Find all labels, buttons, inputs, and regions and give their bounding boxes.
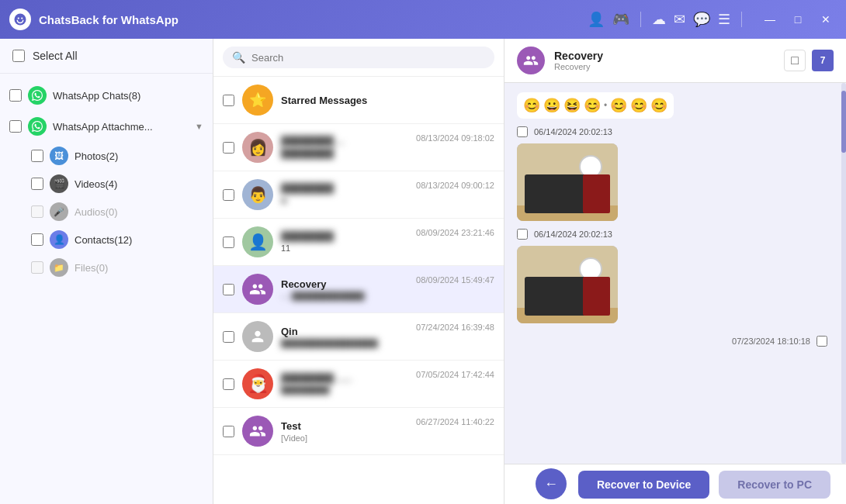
msg2-image-wrap xyxy=(517,246,834,323)
videos-checkbox[interactable] xyxy=(31,178,43,190)
search-bar: 🔍 xyxy=(213,39,504,77)
right-header-actions: □ 7 xyxy=(784,50,834,71)
menu-icon[interactable]: ☰ xyxy=(718,11,730,28)
chat7-checkbox[interactable] xyxy=(223,378,234,390)
emoji-6: 😊 xyxy=(630,97,647,114)
msg2-checkbox[interactable] xyxy=(517,229,528,240)
qin-preview: ████████████████ xyxy=(281,339,408,348)
photos-icon: 🖼 xyxy=(50,147,68,165)
emoji-7: 😊 xyxy=(650,97,667,114)
close-button[interactable]: ✕ xyxy=(815,9,837,30)
emoji-1: 😊 xyxy=(523,97,540,114)
discord-icon[interactable]: 🎮 xyxy=(612,11,629,28)
msg1-checkbox[interactable] xyxy=(517,126,528,137)
recovery-name: Recovery xyxy=(281,278,408,290)
qin-checkbox[interactable] xyxy=(223,331,234,343)
chat-item-3[interactable]: 👨 ████████ ■ 08/13/2024 09:00:12 xyxy=(213,171,504,219)
laptop-1 xyxy=(525,174,587,213)
laptop-2 xyxy=(525,277,587,316)
test-checkbox[interactable] xyxy=(223,426,234,437)
msg1-image xyxy=(517,143,618,221)
chat-icon[interactable]: 💬 xyxy=(693,11,710,28)
sidebar-item-videos[interactable]: 🎬 Videos(4) xyxy=(22,170,213,198)
photos-checkbox[interactable] xyxy=(31,150,43,162)
sidebar-item-audios[interactable]: 🎤 Audios(0) xyxy=(22,198,213,226)
chat-item-qin[interactable]: Qin ████████████████ 07/24/2024 16:39:48 xyxy=(213,313,504,361)
app-logo xyxy=(9,9,31,30)
bottom-time-row: 07/23/2024 18:10:18 xyxy=(517,331,834,351)
title-bar-icons: 👤 🎮 ☁ ✉ 💬 ☰ — □ ✕ xyxy=(588,9,837,30)
chat-item-7[interactable]: 🎅 ████████ ...... ████████ 07/05/2024 17… xyxy=(213,361,504,408)
chat-item-4[interactable]: 👤 ████████ 11 08/09/2024 23:21:46 xyxy=(213,219,504,266)
bottom-bar-wrapper: ← Recover to Device Recover to PC xyxy=(520,464,830,504)
chat-list: ⭐ Starred Messages 👩 ████████ ... ██████… xyxy=(213,77,504,504)
expand-arrow: ▼ xyxy=(195,122,203,131)
chat-item-2[interactable]: 👩 ████████ ... ████████ 08/13/2024 09:18… xyxy=(213,124,504,171)
message-timestamp-1: 06/14/2024 20:02:13 xyxy=(517,126,834,137)
recover-to-device-button[interactable]: Recover to Device xyxy=(578,471,709,499)
contacts-checkbox[interactable] xyxy=(31,233,43,246)
test-time: 06/27/2024 11:40:22 xyxy=(416,417,494,426)
chat3-info: ████████ ■ xyxy=(281,183,408,206)
sidebar-item-photos[interactable]: 🖼 Photos(2) xyxy=(22,142,213,170)
whatsapp-attachments-label: WhatsApp Attachme... xyxy=(53,121,189,133)
cloud-icon[interactable]: ☁ xyxy=(652,11,666,28)
search-input[interactable] xyxy=(251,52,485,64)
calendar-day: 7 xyxy=(820,55,826,66)
right-header-sub: Recovery xyxy=(554,62,775,71)
chat2-checkbox[interactable] xyxy=(223,142,234,154)
test-name: Test xyxy=(281,420,408,432)
red-book-2 xyxy=(583,277,610,316)
message-timestamp-2: 06/14/2024 20:02:13 xyxy=(517,229,834,240)
main-layout: Select All WhatsApp Chats(8) xyxy=(0,39,846,504)
right-header: Recovery Recovery □ 7 xyxy=(504,39,846,83)
test-preview: [Video] xyxy=(281,433,408,443)
msg1-timestamp: 06/14/2024 20:02:13 xyxy=(534,127,612,136)
whatsapp-icon xyxy=(28,86,47,105)
audios-label: Audios(0) xyxy=(75,206,203,218)
msg2-image xyxy=(517,246,618,323)
chat-item-test[interactable]: Test [Video] 06/27/2024 11:40:22 xyxy=(213,408,504,455)
expand-btn[interactable]: □ xyxy=(784,50,806,71)
sidebar-item-contacts[interactable]: 👤 Contacts(12) xyxy=(22,226,213,254)
audios-checkbox[interactable] xyxy=(31,205,43,218)
files-checkbox[interactable] xyxy=(31,261,43,274)
sidebar-item-whatsapp-attachments[interactable]: WhatsApp Attachme... ▼ xyxy=(0,111,213,142)
title-divider xyxy=(640,12,641,27)
chat2-avatar: 👩 xyxy=(242,132,273,163)
chat4-checkbox[interactable] xyxy=(223,236,234,248)
avatar-icon[interactable]: 👤 xyxy=(588,11,605,28)
starred-checkbox[interactable] xyxy=(223,95,234,106)
chat-item-starred[interactable]: ⭐ Starred Messages xyxy=(213,77,504,124)
maximize-button[interactable]: □ xyxy=(787,9,809,30)
contacts-label: Contacts(12) xyxy=(75,234,203,246)
chat2-info: ████████ ... ████████ xyxy=(281,136,408,159)
app-title: ChatsBack for WhatsApp xyxy=(39,13,588,26)
select-all-checkbox[interactable] xyxy=(12,50,25,62)
message-group-2: 06/14/2024 20:02:13 xyxy=(517,229,834,323)
chat3-checkbox[interactable] xyxy=(223,189,234,201)
whatsapp-chats-checkbox[interactable] xyxy=(9,89,22,102)
mail-icon[interactable]: ✉ xyxy=(674,11,685,28)
chat-item-recovery[interactable]: Recovery — ████████████ 08/09/2024 15:49… xyxy=(213,266,504,313)
msg1-image-wrap xyxy=(517,143,834,221)
msg1-img-sim xyxy=(517,143,618,221)
starred-avatar: ⭐ xyxy=(242,85,273,116)
bottom-time-checkbox[interactable] xyxy=(817,336,827,347)
sidebar-header: Select All xyxy=(0,39,213,74)
calendar-btn[interactable]: 7 xyxy=(812,50,834,71)
chat7-name: ████████ ...... xyxy=(281,373,408,384)
sidebar-item-whatsapp-chats[interactable]: WhatsApp Chats(8) xyxy=(0,80,213,111)
sidebar-item-files[interactable]: 📁 Files(0) xyxy=(22,254,213,281)
right-panel: Recovery Recovery □ 7 😊 😀 😆 😊 • 😊 😊 xyxy=(504,39,846,504)
files-label: Files(0) xyxy=(75,262,203,274)
back-button[interactable]: ← xyxy=(536,468,567,499)
minimize-button[interactable]: — xyxy=(759,9,781,30)
files-icon: 📁 xyxy=(50,258,68,277)
whatsapp-attachments-checkbox[interactable] xyxy=(9,120,22,133)
recovery-checkbox[interactable] xyxy=(223,284,234,295)
emoji-row: 😊 😀 😆 😊 • 😊 😊 😊 xyxy=(517,92,674,119)
recover-to-pc-button[interactable]: Recover to PC xyxy=(719,471,830,499)
chat3-avatar: 👨 xyxy=(242,179,273,210)
sidebar-sub-items: 🖼 Photos(2) 🎬 Videos(4) 🎤 Audios(0) 👤 xyxy=(0,142,213,281)
